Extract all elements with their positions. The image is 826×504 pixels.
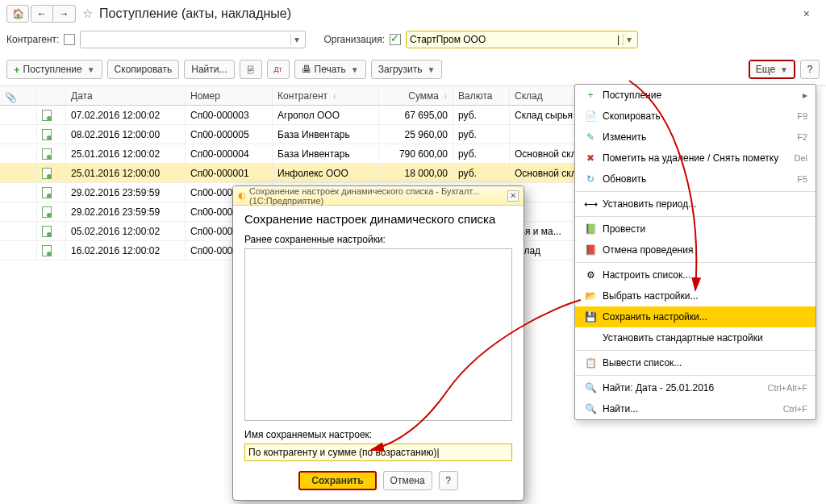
nav-back-button[interactable]: ← — [31, 5, 53, 23]
org-checkbox[interactable] — [390, 34, 401, 45]
menu-unpost[interactable]: 📕Отмена проведения — [575, 240, 816, 260]
menu-save-settings[interactable]: 💾Сохранить настройки... — [575, 306, 816, 327]
menu-refresh[interactable]: ↻ОбновитьF5 — [575, 169, 816, 190]
save-settings-dialog: ◐ Сохранение настроек динамического спис… — [232, 185, 524, 501]
col-date[interactable]: Дата — [66, 86, 186, 106]
more-button[interactable]: Еще▼ — [749, 60, 795, 79]
menu-period[interactable]: ⟷Установить период... — [575, 194, 816, 215]
menu-choose-settings[interactable]: 📂Выбрать настройки... — [575, 285, 816, 306]
org-combo[interactable]: СтартПром ООО | ▾ — [406, 31, 638, 48]
saved-settings-listbox[interactable] — [244, 248, 512, 421]
menu-default-settings[interactable]: Установить стандартные настройки — [575, 327, 816, 348]
menu-edit[interactable]: ✎ИзменитьF2 — [575, 127, 816, 148]
find-button[interactable]: Найти... — [184, 60, 234, 79]
more-menu: +Поступление 📄СкопироватьF9 ✎ИзменитьF2 … — [574, 84, 816, 420]
dialog-close-icon[interactable]: ✕ — [507, 190, 519, 202]
col-icon — [37, 86, 66, 106]
counterparty-checkbox[interactable] — [64, 34, 75, 45]
counterparty-label: Контрагент: — [6, 34, 59, 45]
saved-settings-label: Ранее сохраненные настройки: — [244, 234, 512, 245]
copy-button[interactable]: Скопировать — [107, 60, 180, 79]
page-title: Поступление (акты, накладные) — [99, 6, 291, 21]
load-button[interactable]: Загрузить▼ — [371, 60, 443, 79]
favorite-star-icon[interactable]: ☆ — [82, 6, 93, 21]
menu-find[interactable]: 🔍Найти...Ctrl+F — [575, 398, 816, 419]
menu-copy[interactable]: 📄СкопироватьF9 — [575, 106, 816, 127]
col-currency[interactable]: Валюта — [453, 86, 510, 106]
org-value: СтартПром ООО — [410, 34, 619, 45]
print-button[interactable]: 🖶 Печать▼ — [294, 60, 366, 79]
dialog-save-button[interactable]: Сохранить — [298, 471, 376, 490]
receipt-button[interactable]: Поступление▼ — [6, 60, 102, 79]
col-attach[interactable]: 📎 — [0, 86, 37, 106]
dt-kt-button[interactable]: Дт — [267, 60, 290, 79]
settings-name-label: Имя сохраняемых настроек: — [244, 429, 512, 440]
menu-output-list[interactable]: 📋Вывести список... — [575, 352, 816, 373]
settings-name-input[interactable]: По контрагенту и сумме (по возрастанию)| — [244, 444, 512, 461]
col-counterparty[interactable]: Контрагент↓ — [273, 86, 379, 106]
org-label: Организация: — [323, 34, 385, 45]
dialog-title: Сохранение настроек динамического списка — [244, 212, 512, 226]
menu-mark[interactable]: ✖Пометить на удаление / Снять пометкуDel — [575, 148, 816, 169]
col-number[interactable]: Номер — [186, 86, 273, 106]
menu-setup-list[interactable]: ⚙Настроить список... — [575, 264, 816, 285]
counterparty-combo[interactable]: ▾ — [80, 31, 306, 48]
menu-find-date[interactable]: 🔍Найти: Дата - 25.01.2016Ctrl+Alt+F — [575, 377, 816, 398]
col-sum[interactable]: Сумма↓ — [379, 86, 453, 106]
menu-receipt[interactable]: +Поступление — [575, 85, 816, 106]
dialog-titlebar: Сохранение настроек динамического списка… — [249, 186, 507, 206]
clear-find-button[interactable]: ⍯ — [240, 60, 262, 79]
close-icon[interactable]: × — [803, 7, 810, 20]
menu-post[interactable]: 📗Провести — [575, 219, 816, 240]
dialog-cancel-button[interactable]: Отмена — [383, 471, 432, 490]
help-button[interactable]: ? — [800, 60, 820, 79]
dialog-help-button[interactable]: ? — [439, 471, 458, 490]
nav-forward-button[interactable]: → — [53, 5, 76, 23]
nav-home-button[interactable]: 🏠 — [6, 5, 29, 23]
